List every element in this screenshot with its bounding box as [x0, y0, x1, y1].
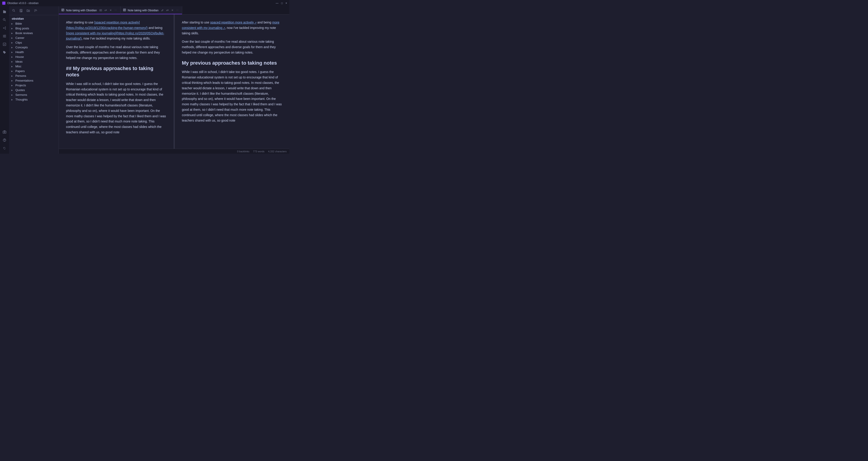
- sidebar-item-misc[interactable]: ▶Misc: [9, 64, 59, 69]
- activity-search[interactable]: [1, 16, 8, 24]
- sidebar: obsidian ▶Bible▶Blog posts▶Book reviews▶…: [9, 6, 59, 154]
- tab-right-actions: ✕ ⋯: [160, 8, 179, 12]
- nav-arrow-ideas: ▶: [11, 61, 14, 63]
- right-para-1: After starting to use spaced repetition …: [182, 20, 282, 36]
- sidebar-item-career[interactable]: ▶Career: [9, 35, 59, 40]
- svg-line-5: [4, 27, 5, 28]
- nav-arrow-house: ▶: [11, 56, 14, 58]
- svg-line-19: [14, 11, 15, 12]
- left-intro-text: After starting to use: [66, 21, 94, 24]
- left-and-being: and being: [148, 26, 162, 30]
- sidebar-label-projects: Projects: [16, 84, 26, 87]
- tab-more-left-button[interactable]: ⋯: [114, 8, 118, 12]
- sidebar-item-papers[interactable]: ▶Papers: [9, 69, 59, 73]
- tab-link-button[interactable]: [103, 8, 107, 12]
- statusbar-backlinks: 0 backlinks: [237, 150, 249, 153]
- app-container: obsidian ▶Bible▶Blog posts▶Book reviews▶…: [0, 6, 289, 154]
- tabs-bar: Note taking with Obsidian ✕ ⋯ Not: [59, 6, 289, 14]
- right-and-being: and being: [256, 21, 272, 24]
- activity-gear[interactable]: [1, 145, 8, 152]
- sidebar-item-concepts[interactable]: ▶Concepts: [9, 45, 59, 50]
- tab-left[interactable]: Note taking with Obsidian ✕ ⋯: [59, 6, 121, 14]
- nav-arrow-book-reviews: ▶: [11, 32, 14, 34]
- sidebar-item-presentations[interactable]: ▶Presentations: [9, 78, 59, 83]
- svg-line-1: [5, 20, 6, 21]
- sidebar-item-house[interactable]: ▶House: [9, 55, 59, 59]
- activity-tags[interactable]: [1, 49, 8, 56]
- activity-help[interactable]: [1, 136, 8, 144]
- right-link-1[interactable]: spaced repetition more actively: [210, 21, 256, 24]
- sidebar-item-persons[interactable]: ▶Persons: [9, 73, 59, 78]
- sidebar-label-bible: Bible: [16, 22, 22, 25]
- sidebar-label-thoughts: Thoughts: [16, 98, 28, 101]
- nav-arrow-persons: ▶: [11, 75, 14, 77]
- sidebar-item-book-reviews[interactable]: ▶Book reviews: [9, 31, 59, 35]
- statusbar: 0 backlinks 773 words 4,332 characters: [59, 149, 289, 154]
- sidebar-item-ideas[interactable]: ▶Ideas: [9, 59, 59, 64]
- svg-point-17: [4, 141, 5, 141]
- tab-right[interactable]: Note taking with Obsidian ✕ ⋯: [121, 6, 182, 14]
- sidebar-item-thoughts[interactable]: ▶Thoughts: [9, 97, 59, 102]
- sidebar-label-papers: Papers: [16, 69, 25, 73]
- nav-arrow-presentations: ▶: [11, 80, 14, 82]
- sidebar-label-health: Health: [16, 51, 24, 54]
- svg-line-6: [4, 28, 5, 29]
- svg-point-15: [4, 132, 5, 133]
- nav-arrow-bible: ▶: [11, 23, 14, 25]
- sidebar-label-blog-posts: Blog posts: [16, 27, 29, 30]
- sidebar-item-quotes[interactable]: ▶Quotes: [9, 88, 59, 92]
- activity-graph[interactable]: [1, 24, 8, 32]
- activity-camera[interactable]: [1, 128, 8, 135]
- sidebar-item-health[interactable]: ▶Health: [9, 50, 59, 55]
- svg-point-2: [3, 28, 4, 28]
- nav-arrow-clips: ▶: [11, 41, 14, 44]
- nav-arrow-projects: ▶: [11, 84, 14, 87]
- sidebar-label-quotes: Quotes: [16, 88, 25, 92]
- panel-right[interactable]: After starting to use spaced repetition …: [175, 14, 289, 149]
- nav-arrow-papers: ▶: [11, 70, 14, 72]
- svg-rect-14: [3, 131, 6, 133]
- right-intro-text: After starting to use: [182, 21, 210, 24]
- sidebar-item-sermons[interactable]: ▶Sermons: [9, 92, 59, 97]
- new-note-button[interactable]: [18, 8, 24, 13]
- nav-arrow-concepts: ▶: [11, 46, 14, 49]
- svg-point-11: [3, 36, 4, 37]
- svg-point-18: [13, 9, 14, 11]
- sidebar-header: [9, 6, 59, 15]
- sidebar-item-blog-posts[interactable]: ▶Blog posts: [9, 26, 59, 31]
- activity-files[interactable]: [1, 8, 8, 16]
- minimize-button[interactable]: —: [276, 2, 278, 5]
- tab-edit-button[interactable]: [160, 8, 164, 12]
- tab-right-title: Note taking with Obsidian: [128, 9, 158, 12]
- tab-left-title: Note taking with Obsidian: [66, 9, 97, 12]
- left-para-3: While I was still in school, I didn't ta…: [66, 81, 166, 135]
- sidebar-item-clips[interactable]: ▶Clips: [9, 40, 59, 45]
- activity-settings2[interactable]: [1, 33, 8, 40]
- panel-left[interactable]: After starting to use [spaced repetition…: [59, 14, 174, 149]
- tab-close-left-button[interactable]: ✕: [108, 8, 113, 12]
- tab-reading-mode-button[interactable]: [98, 8, 103, 12]
- left-para-1: After starting to use [spaced repetition…: [66, 20, 166, 41]
- left-heading: ## My previous approaches to taking note…: [66, 65, 166, 78]
- sidebar-label-clips: Clips: [16, 41, 22, 44]
- svg-point-12: [4, 37, 5, 38]
- sidebar-label-persons: Persons: [16, 74, 26, 78]
- app-icon: [2, 2, 5, 5]
- activity-tasks[interactable]: [1, 41, 8, 48]
- left-para-2: Over the last couple of months I've read…: [66, 44, 166, 61]
- sidebar-item-projects[interactable]: ▶Projects: [9, 83, 59, 88]
- new-folder-button[interactable]: [25, 8, 31, 13]
- sort-button[interactable]: [33, 8, 38, 13]
- close-button[interactable]: ×: [285, 2, 287, 5]
- right-heading: My previous approaches to taking notes: [182, 60, 282, 66]
- tab-more-right-button[interactable]: ⋯: [175, 8, 179, 12]
- nav-arrow-sermons: ▶: [11, 94, 14, 96]
- activity-bar: [0, 6, 9, 154]
- main-content: Note taking with Obsidian ✕ ⋯ Not: [59, 6, 289, 154]
- left-end-sentence: , now I've tackled improving my note tak…: [82, 37, 151, 40]
- tab-close-right-button[interactable]: ✕: [170, 8, 174, 12]
- sidebar-item-bible[interactable]: ▶Bible: [9, 21, 59, 26]
- tab-link-right-button[interactable]: [165, 8, 169, 12]
- maximize-button[interactable]: □: [281, 2, 283, 5]
- search-button[interactable]: [11, 8, 17, 13]
